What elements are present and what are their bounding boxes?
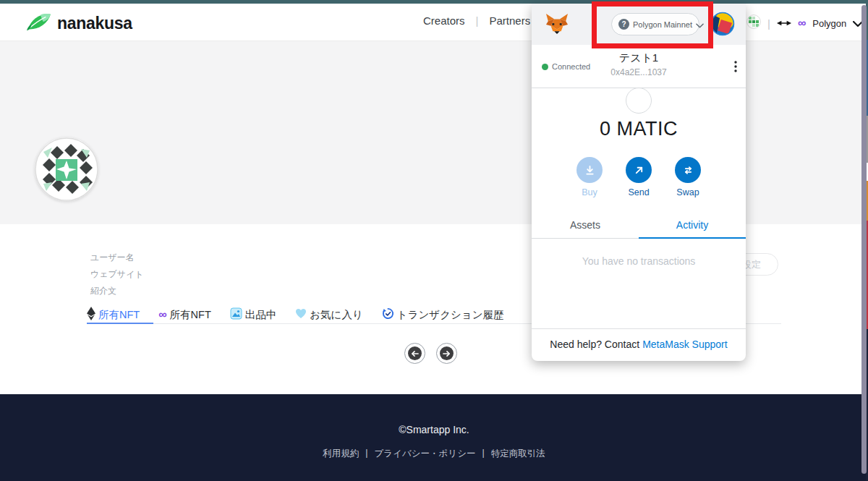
polygon-icon: ∞	[158, 309, 166, 320]
footer-link-separator: |	[365, 448, 367, 460]
action-buttons: Buy Send	[532, 157, 746, 197]
main-nav: Creators | Partners	[423, 14, 530, 27]
footer-link-separator: |	[482, 448, 484, 460]
header-divider: |	[767, 17, 770, 30]
highlight-box	[592, 1, 713, 48]
tab-owned-nft-polygon[interactable]: ∞ 所有NFT	[158, 308, 211, 322]
tab-label: お気に入り	[310, 308, 363, 322]
empty-state-message: You have no transactions	[532, 255, 746, 267]
footer-links: 利用規約 | プライバシー・ポリシー | 特定商取引法	[0, 448, 868, 460]
profile-tabs: 所有NFT ∞ 所有NFT 出品中 お気に入り	[87, 307, 504, 323]
tab-assets[interactable]: Assets	[532, 212, 639, 238]
image-icon	[230, 307, 242, 322]
nav-divider: |	[476, 14, 479, 27]
pagination-next-button[interactable]	[436, 343, 457, 364]
nav-link-creators[interactable]: Creators	[423, 14, 465, 27]
polygon-logo-icon: ∞	[798, 17, 806, 29]
tab-label: トランザクション履歴	[397, 308, 504, 322]
site-footer: ©Smartapp Inc. 利用規約 | プライバシー・ポリシー | 特定商取…	[0, 394, 868, 481]
account-name[interactable]: テスト1	[532, 51, 746, 65]
account-row: Connected テスト1 0x4a2E...1037	[532, 45, 746, 88]
swap-button[interactable]: Swap	[672, 157, 704, 197]
buy-label: Buy	[582, 187, 597, 197]
popup-tabs: Assets Activity	[532, 212, 746, 239]
buy-icon	[576, 157, 603, 183]
help-divider	[532, 328, 746, 329]
tab-owned-nft-eth[interactable]: 所有NFT	[87, 307, 140, 323]
active-tab-underline	[87, 323, 153, 324]
swap-label: Swap	[676, 187, 699, 197]
help-text: Need help? Contact	[550, 339, 639, 350]
tab-activity[interactable]: Activity	[639, 212, 746, 238]
leaf-icon	[25, 11, 52, 35]
page: nanakusa Creators | Partners	[0, 0, 868, 481]
tab-label: 出品中	[245, 308, 277, 322]
username-label: ユーザー名	[90, 252, 135, 264]
ethereum-icon	[87, 307, 95, 323]
activity-tab-underline	[639, 237, 746, 239]
tab-label: 所有NFT	[98, 308, 140, 322]
brand-name: nanakusa	[57, 14, 132, 33]
tab-transaction-history[interactable]: トランザクション履歴	[382, 307, 504, 322]
footer-link-terms[interactable]: 利用規約	[323, 448, 359, 460]
metamask-support-link[interactable]: MetaMask Support	[642, 339, 728, 350]
tab-label: 所有NFT	[170, 308, 211, 322]
nav-link-partners[interactable]: Partners	[489, 14, 530, 27]
send-button[interactable]: Send	[623, 157, 655, 197]
website-label: ウェブサイト	[90, 268, 144, 281]
network-switcher-label[interactable]: Polygon	[812, 18, 846, 29]
account-address: 0x4a2E...1037	[532, 67, 746, 77]
scrollbar-thumb[interactable]	[861, 5, 867, 474]
brand-logo[interactable]: nanakusa	[25, 11, 132, 35]
balance-text: 0 MATIC	[532, 118, 746, 140]
kebab-menu-icon[interactable]	[734, 61, 737, 75]
token-logo-placeholder	[626, 88, 652, 114]
profile-avatar[interactable]	[35, 137, 98, 201]
send-label: Send	[628, 187, 649, 197]
pagination-prev-button[interactable]	[404, 343, 425, 364]
history-icon	[382, 307, 394, 322]
tab-listed[interactable]: 出品中	[230, 307, 277, 322]
metamask-popup: ? Polygon Mainnet	[532, 4, 746, 361]
heart-icon	[295, 308, 307, 321]
footer-link-commerce-law[interactable]: 特定商取引法	[491, 448, 545, 460]
bio-label: 紹介文	[90, 285, 116, 297]
bridge-arrows-icon	[777, 17, 791, 30]
account-blockie-icon[interactable]	[746, 14, 761, 32]
footer-link-privacy[interactable]: プライバシー・ポリシー	[375, 448, 476, 460]
metamask-fox-icon[interactable]	[545, 13, 569, 38]
copyright-text: ©Smartapp Inc.	[0, 424, 868, 435]
tab-favorites[interactable]: お気に入り	[295, 308, 363, 322]
help-row: Need help? ContactMetaMask Support	[532, 339, 746, 350]
arrow-right-icon	[440, 346, 454, 360]
account-avatar[interactable]	[710, 12, 735, 36]
header-account-cluster: | ∞ Polygon	[746, 14, 863, 32]
arrow-left-icon	[408, 346, 422, 360]
swap-icon	[675, 157, 701, 183]
buy-button[interactable]: Buy	[574, 157, 605, 197]
send-icon	[626, 157, 652, 183]
